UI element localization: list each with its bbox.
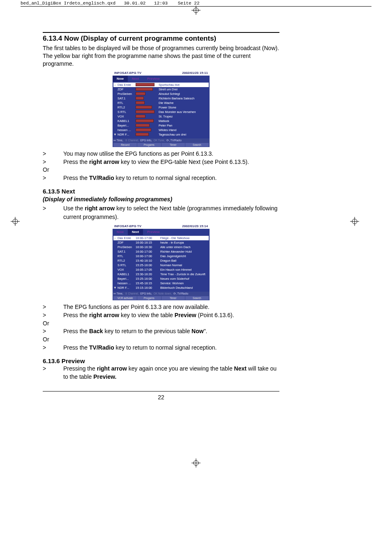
- list-item: >Press the TV/Radio key to return to nor…: [43, 174, 279, 182]
- epg-footer-button: Search: [185, 296, 209, 300]
- epg-tab: Next: [128, 229, 143, 235]
- epg-row: RTL215:40-16:10Dragon Ball: [113, 258, 209, 263]
- crop-mark-icon: [191, 6, 201, 15]
- epg-footer-button: VCR activate: [113, 296, 137, 300]
- epg-now-footer: ⇔ Time,⇕ Channel,EPG Info,OK Tune,⟳, TV/…: [113, 138, 210, 147]
- epg-next-footer: ⇔ Time,⇕ Channel,EPG Info,OK Note down,⟳…: [113, 292, 210, 300]
- body-text: Or: [43, 320, 279, 327]
- meta-page-label: Seite 22: [178, 1, 200, 6]
- meta-date: 30.01.02: [124, 1, 146, 6]
- epg-footer-button: Timer: [161, 143, 185, 147]
- epg-tab: Preview: [143, 229, 164, 235]
- horizontal-rule: [43, 32, 279, 33]
- epg-now-footer-buttons: RecordProgamsTimerSearch: [113, 143, 209, 147]
- epg-row: VOX16:05-17:05Ein Hauch von Himmel: [113, 267, 209, 272]
- crop-mark-icon: [11, 217, 20, 226]
- epg-next-footer-buttons: VCR activateProgamsTimerSearch: [113, 296, 209, 300]
- epg-row: Bayeri...Peter Pan: [113, 123, 209, 128]
- epg-row: SAT.116:00-17:00Richter Alexander Hold: [113, 249, 209, 254]
- epg-datetime: 2002/01/23 15:14: [182, 224, 208, 228]
- epg-next-footer-line: ⇔ Time,⇕ Channel,EPG Info,OK Note down,⟳…: [113, 292, 209, 295]
- epg-tab: Now: [113, 229, 128, 235]
- epg-row: ProSieben16:00-16:30Alle unter einem Dac…: [113, 245, 209, 249]
- horizontal-rule: [43, 391, 279, 391]
- epg-row: SAT.1Richterin Barbara Salesch: [113, 96, 209, 101]
- epg-now-body: ▲Das ErsteSportschau liveZDFStreit um Dr…: [113, 82, 210, 138]
- epg-tab: Now: [113, 76, 128, 82]
- list-item: >The EPG functions as per Point 6.13.3 a…: [43, 303, 279, 311]
- epg-footer-button: Record: [113, 143, 137, 147]
- epg-row: ▲Das ErsteSportschau live: [113, 83, 209, 87]
- epg-row: Bayeri...15:25-16:00Neues vom Süderhof: [113, 276, 209, 281]
- epg-row: S RTLDas Monster aus Versehen: [113, 110, 209, 114]
- epg-row: ZDF16:00-16:15heute - in Europa: [113, 240, 209, 245]
- section-heading: 6.13.4 Now (Display of current programme…: [43, 35, 279, 43]
- meta-time: 12:03: [154, 1, 168, 6]
- epg-row: KABEL115:30-16:20Time Trax - Zurück in d…: [113, 272, 209, 276]
- page-number: 22: [43, 394, 279, 401]
- section-heading: 6.13.5 Next: [43, 188, 279, 195]
- figure-wrapper: INFOSAT-EPG TV 2002/01/23 15:11 NowNextP…: [43, 70, 279, 147]
- body-text: Or: [43, 336, 279, 343]
- list-item: >Pressing the right arrow key again once…: [43, 364, 279, 381]
- epg-tab: Next: [128, 76, 143, 82]
- epg-next-screenshot: INFOSAT-EPG TV 2002/01/23 15:14 NowNextP…: [113, 223, 210, 300]
- epg-footer-button: Progams: [137, 296, 161, 300]
- epg-row: VOXSt. Tropez: [113, 114, 209, 119]
- epg-row: RTL16:00-17:00Das Jugendgericht: [113, 254, 209, 258]
- list-item: >Press the right arrow key to view the E…: [43, 158, 279, 166]
- list-item: >Press the Back key to return to the pre…: [43, 327, 279, 335]
- epg-title: INFOSAT-EPG TV: [114, 224, 141, 228]
- list-item: >You may now utilise the EPG functions a…: [43, 150, 279, 158]
- epg-now-tabs: NowNextPreview: [113, 76, 210, 82]
- epg-row: RTLDie Wache: [113, 101, 209, 105]
- list-item: >Press the right arrow key to view the t…: [43, 311, 279, 319]
- epg-title: INFOSAT-EPG TV: [114, 71, 141, 75]
- section-heading: 6.13.6 Preview: [43, 357, 279, 364]
- crop-mark-icon: [191, 458, 201, 467]
- body-text: The first tables to be displayed will be…: [43, 44, 279, 68]
- list-item: >Press the TV/Radio key to return to nor…: [43, 343, 279, 352]
- epg-row: ZDFStreit um Drei: [113, 87, 209, 92]
- epg-row: hessen ...Wildes Irland: [113, 128, 209, 132]
- epg-row: ProSiebenAbsolut Schlegl: [113, 92, 209, 96]
- figure-wrapper: INFOSAT-EPG TV 2002/01/23 15:14 NowNextP…: [43, 223, 279, 300]
- list-item: >Use the right arrow key to select the N…: [43, 204, 279, 221]
- epg-footer-button: Progams: [137, 143, 161, 147]
- epg-footer-button: Timer: [161, 296, 185, 300]
- subheading: (Display of immediately following progra…: [43, 196, 279, 203]
- epg-now-footer-line: ⇔ Time,⇕ Channel,EPG Info,OK Tune,⟳, TV/…: [113, 139, 209, 142]
- epg-tab: Preview: [143, 76, 164, 82]
- epg-datetime: 2002/01/23 15:11: [182, 71, 208, 75]
- meta-filename: bed_anl_DigiBox Irdeto_englisch.qxd: [21, 1, 115, 6]
- page-content: 6.13.4 Now (Display of current programme…: [43, 32, 279, 401]
- epg-footer-button: Search: [185, 143, 209, 147]
- epg-row: hessen ...15:45-16:15Service: Wohnen: [113, 281, 209, 286]
- epg-next-body: ▲Das Erste16:00-17:00Fliege - Die Talksh…: [113, 235, 210, 292]
- epg-row: ▼NDR F...Tagesschau um drei: [113, 132, 209, 137]
- epg-row: S RTL15:25-16:00Norman Normal: [113, 263, 209, 267]
- body-text: Or: [43, 166, 279, 174]
- crop-mark-icon: [350, 217, 359, 226]
- epg-row: RTL2Power Stone: [113, 105, 209, 110]
- epg-next-tabs: NowNextPreview: [113, 229, 210, 235]
- document-page: bed_anl_DigiBox Irdeto_englisch.qxd 30.0…: [0, 0, 392, 555]
- epg-now-screenshot: INFOSAT-EPG TV 2002/01/23 15:11 NowNextP…: [113, 70, 210, 147]
- epg-row: ▲Das Erste16:00-17:00Fliege - Die Talksh…: [113, 236, 209, 240]
- epg-row: KABEL1Matlock: [113, 119, 209, 123]
- epg-row: ▼NDR F...15:15-16:00Bilderbuch Deutschla…: [113, 286, 209, 290]
